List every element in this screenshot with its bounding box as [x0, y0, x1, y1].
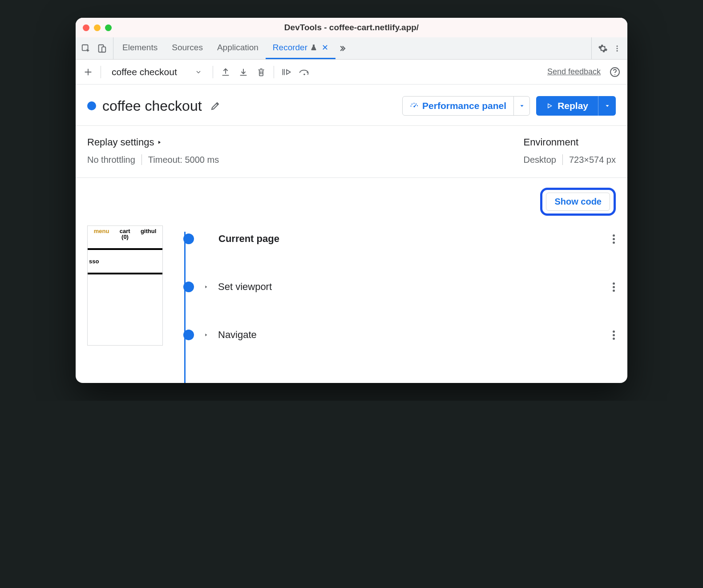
tabstrip-right — [591, 37, 624, 59]
step-dot — [183, 234, 194, 244]
step-navigate[interactable]: Navigate — [180, 322, 616, 348]
svg-point-4 — [617, 48, 618, 49]
recording-status-dot — [87, 101, 96, 110]
replay-button[interactable]: Replay — [536, 96, 616, 116]
environment-label: Environment — [524, 137, 579, 148]
window-minimize-icon[interactable] — [94, 24, 101, 31]
performance-panel-caret[interactable] — [513, 97, 529, 115]
device-toggle-icon[interactable] — [95, 42, 109, 55]
replay-settings-label: Replay settings — [87, 137, 154, 148]
page-thumbnail: menu cart githul (0) sso — [87, 226, 163, 346]
import-icon[interactable] — [235, 64, 251, 80]
performance-panel-button[interactable]: Performance panel — [402, 96, 530, 116]
step-set-viewport[interactable]: Set viewport — [180, 274, 616, 300]
replay-settings-heading[interactable]: Replay settings — [87, 137, 219, 148]
thumb-divider — [88, 273, 162, 274]
caret-right-icon — [204, 284, 208, 290]
devtools-window: DevTools - coffee-cart.netlify.app/ Elem… — [76, 18, 627, 383]
replay-main[interactable]: Replay — [536, 96, 598, 116]
performance-panel-label: Performance panel — [422, 101, 506, 111]
environment-settings: Environment Desktop 723×574 px — [524, 137, 616, 165]
throttling-value: No throttling — [87, 155, 135, 165]
step-over-icon[interactable] — [296, 64, 312, 80]
separator — [101, 66, 101, 78]
svg-point-8 — [614, 74, 615, 75]
caret-right-icon — [157, 140, 162, 145]
tabstrip-left — [79, 37, 113, 59]
tab-sources[interactable]: Sources — [165, 37, 210, 59]
svg-point-5 — [617, 50, 618, 51]
recording-title: coffee checkout — [102, 98, 202, 114]
step-more-icon[interactable] — [613, 282, 616, 292]
performance-panel-main[interactable]: Performance panel — [403, 97, 513, 115]
play-icon — [546, 102, 553, 109]
tab-elements[interactable]: Elements — [115, 37, 165, 59]
panel-tabs: Elements Sources Application Recorder ✕ — [115, 37, 349, 59]
panel-tabstrip: Elements Sources Application Recorder ✕ — [76, 37, 627, 60]
separator — [274, 66, 274, 78]
separator — [213, 66, 213, 78]
window-zoom-icon[interactable] — [105, 24, 112, 31]
kebab-menu-icon[interactable] — [610, 42, 624, 55]
tab-recorder[interactable]: Recorder ✕ — [266, 37, 335, 59]
svg-point-6 — [303, 73, 305, 75]
tab-label: Sources — [172, 43, 203, 52]
replay-caret[interactable] — [598, 96, 616, 116]
send-feedback-link[interactable]: Send feedback — [547, 67, 601, 77]
code-bar: Show code — [76, 178, 627, 226]
flask-icon — [310, 44, 317, 51]
step-more-icon[interactable] — [613, 234, 616, 244]
recorder-toolbar: coffee checkout Send feedback — [76, 60, 627, 85]
separator — [562, 154, 563, 165]
gauge-icon — [410, 101, 419, 110]
timeline-line — [184, 232, 186, 383]
step-current-page[interactable]: ▶ Current page — [180, 226, 616, 252]
window-title: DevTools - coffee-cart.netlify.app/ — [76, 23, 627, 32]
settings-gear-icon[interactable] — [596, 42, 610, 55]
replay-settings-values: No throttling Timeout: 5000 ms — [87, 154, 219, 165]
environment-heading: Environment — [524, 137, 616, 148]
close-tab-icon[interactable]: ✕ — [322, 43, 328, 52]
step-play-icon[interactable] — [279, 64, 295, 80]
steps-area: menu cart githul (0) sso ▶ Current page … — [76, 226, 627, 383]
traffic-lights — [83, 24, 112, 31]
step-label: Current page — [218, 233, 279, 245]
recording-selector-label: coffee checkout — [112, 67, 177, 77]
edit-title-icon[interactable] — [210, 101, 221, 111]
tab-application[interactable]: Application — [210, 37, 266, 59]
replay-label: Replay — [558, 101, 588, 111]
device-value: Desktop — [524, 155, 556, 165]
show-code-highlight: Show code — [540, 188, 616, 216]
steps-timeline: ▶ Current page Set viewport Navigate — [176, 226, 616, 370]
thumb-cart-count: (0) — [88, 234, 162, 240]
replay-settings: Replay settings No throttling Timeout: 5… — [87, 137, 219, 165]
dimensions-value: 723×574 px — [569, 155, 616, 165]
separator — [141, 154, 142, 165]
titlebar: DevTools - coffee-cart.netlify.app/ — [76, 18, 627, 37]
show-code-button[interactable]: Show code — [546, 193, 610, 211]
help-icon[interactable] — [607, 64, 623, 80]
step-label: Navigate — [218, 329, 257, 341]
recording-selector[interactable]: coffee checkout — [105, 67, 208, 77]
environment-values: Desktop 723×574 px — [524, 154, 616, 165]
more-tabs-icon[interactable] — [335, 42, 349, 55]
window-close-icon[interactable] — [83, 24, 89, 31]
step-dot — [183, 330, 194, 340]
tab-label: Recorder — [273, 43, 307, 52]
step-dot — [183, 282, 194, 292]
delete-icon[interactable] — [253, 64, 269, 80]
step-more-icon[interactable] — [613, 330, 616, 340]
thumb-divider — [88, 248, 162, 250]
chevron-down-icon — [195, 68, 202, 76]
thumb-item: sso — [88, 258, 162, 265]
inspect-element-icon[interactable] — [79, 42, 93, 55]
tab-label: Application — [217, 43, 259, 52]
timeout-value: Timeout: 5000 ms — [148, 155, 219, 165]
svg-rect-2 — [102, 47, 105, 52]
new-recording-icon[interactable] — [80, 64, 96, 80]
step-label: Set viewport — [218, 281, 272, 293]
tab-label: Elements — [122, 43, 158, 52]
recording-header: coffee checkout Performance panel Replay — [76, 85, 627, 126]
export-icon[interactable] — [218, 64, 234, 80]
caret-right-icon — [204, 332, 208, 338]
